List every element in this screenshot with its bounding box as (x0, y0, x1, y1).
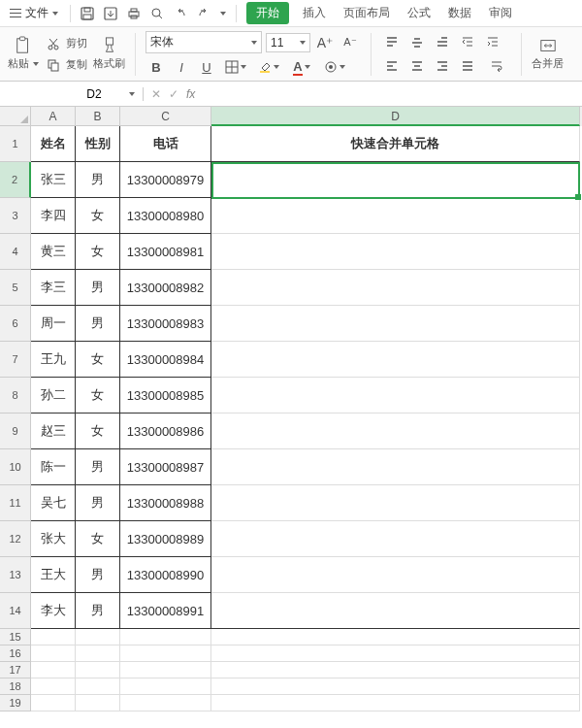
cell[interactable] (211, 678, 580, 695)
row-header[interactable]: 6 (0, 306, 31, 342)
cell-gender[interactable]: 男 (76, 449, 120, 485)
file-menu[interactable]: 文件 (4, 3, 64, 23)
qat-caret-icon[interactable] (220, 12, 226, 16)
row-header[interactable]: 9 (0, 414, 31, 449)
indent-right-icon[interactable] (482, 33, 503, 52)
spreadsheet-grid[interactable]: A B C D 1 姓名 性别 电话 快速合并单元格 2 张三 男 133000… (0, 107, 582, 711)
cell[interactable] (120, 629, 211, 645)
cell[interactable] (76, 645, 120, 662)
fx-icon[interactable]: fx (186, 87, 195, 101)
cell-name[interactable]: 张大 (31, 521, 76, 557)
cell-name[interactable]: 吴七 (31, 485, 76, 521)
cell-phone[interactable]: 13300008979 (120, 162, 211, 198)
bold-button[interactable]: B (146, 57, 167, 77)
cell-d[interactable] (211, 378, 580, 414)
cell-gender[interactable]: 女 (76, 414, 120, 449)
cell-phone[interactable]: 13300008987 (120, 449, 211, 485)
align-center-icon[interactable] (406, 56, 428, 76)
align-bottom-icon[interactable] (432, 33, 453, 52)
cell-name[interactable]: 张三 (31, 162, 76, 198)
cell-d[interactable] (211, 521, 580, 557)
cell[interactable] (211, 629, 580, 645)
cell-gender[interactable]: 男 (76, 306, 120, 342)
cell[interactable] (120, 645, 211, 662)
row-header[interactable]: 11 (0, 485, 31, 521)
row-header[interactable]: 4 (0, 234, 31, 270)
col-header-c[interactable]: C (120, 107, 211, 126)
cell[interactable] (31, 645, 76, 662)
cell-phone[interactable]: 13300008982 (120, 270, 211, 306)
cell-gender[interactable]: 女 (76, 234, 120, 270)
cut-button[interactable]: 剪切 (45, 35, 87, 52)
cell[interactable] (120, 695, 211, 711)
caret-down-icon[interactable] (129, 92, 135, 96)
copy-button[interactable]: 复制 (45, 56, 87, 74)
cell-d[interactable] (211, 234, 580, 270)
cell-phone[interactable]: 13300008983 (120, 306, 211, 342)
justify-icon[interactable] (457, 56, 478, 76)
row-header[interactable]: 10 (0, 449, 31, 485)
cell-phone[interactable]: 13300008988 (120, 485, 211, 521)
cancel-icon[interactable]: ✕ (151, 87, 161, 101)
header-name[interactable]: 姓名 (31, 126, 76, 162)
paste-icon[interactable] (15, 37, 32, 54)
align-middle-icon[interactable] (406, 33, 428, 52)
align-top-icon[interactable] (381, 33, 403, 52)
cell[interactable] (211, 645, 580, 662)
cell-d[interactable] (211, 449, 580, 485)
row-header[interactable]: 15 (0, 629, 31, 645)
cell-phone[interactable]: 13300008986 (120, 414, 211, 449)
row-header[interactable]: 3 (0, 198, 31, 234)
cell[interactable] (76, 629, 120, 645)
cell-gender[interactable]: 女 (76, 521, 120, 557)
cell[interactable] (31, 662, 76, 678)
cell-d[interactable] (211, 162, 580, 198)
cell[interactable] (31, 678, 76, 695)
cell-name[interactable]: 赵三 (31, 414, 76, 449)
header-gender[interactable]: 性别 (76, 126, 120, 162)
row-header[interactable]: 17 (0, 662, 31, 678)
merge-group[interactable]: 合并居 (532, 37, 564, 71)
cell-name[interactable]: 李三 (31, 270, 76, 306)
col-header-b[interactable]: B (76, 107, 120, 126)
cell-phone[interactable]: 13300008991 (120, 593, 211, 629)
cell-name[interactable]: 李大 (31, 593, 76, 629)
effects-button[interactable] (320, 57, 349, 77)
cell-phone[interactable]: 13300008989 (120, 521, 211, 557)
cell-d[interactable] (211, 342, 580, 378)
cell[interactable] (31, 695, 76, 711)
align-left-icon[interactable] (381, 56, 403, 76)
wrap-text-icon[interactable] (482, 56, 511, 76)
cell-phone[interactable]: 13300008984 (120, 342, 211, 378)
cell-name[interactable]: 王九 (31, 342, 76, 378)
confirm-icon[interactable]: ✓ (169, 87, 178, 101)
cell-gender[interactable]: 男 (76, 593, 120, 629)
cell[interactable] (76, 662, 120, 678)
row-header[interactable]: 12 (0, 521, 31, 557)
increase-font-icon[interactable]: A⁺ (314, 33, 336, 52)
cell[interactable] (31, 629, 76, 645)
name-box-input[interactable] (65, 87, 123, 101)
format-painter-button[interactable]: 格式刷 (93, 37, 125, 71)
cell-d[interactable] (211, 557, 580, 593)
align-right-icon[interactable] (432, 56, 453, 76)
save-as-icon[interactable] (103, 6, 118, 21)
cell-d[interactable] (211, 198, 580, 234)
cell-phone[interactable]: 13300008980 (120, 198, 211, 234)
cell-gender[interactable]: 男 (76, 270, 120, 306)
caret-down-icon[interactable] (33, 62, 39, 66)
cell[interactable] (211, 662, 580, 678)
cell-phone[interactable]: 13300008990 (120, 557, 211, 593)
cell[interactable] (76, 678, 120, 695)
row-header[interactable]: 16 (0, 645, 31, 662)
cell-gender[interactable]: 女 (76, 342, 120, 378)
cell-d[interactable] (211, 270, 580, 306)
cell-phone[interactable]: 13300008985 (120, 378, 211, 414)
row-header[interactable]: 7 (0, 342, 31, 378)
fill-color-button[interactable] (254, 57, 283, 77)
font-size-select[interactable]: 11 (266, 33, 310, 52)
row-header[interactable]: 5 (0, 270, 31, 306)
cell[interactable] (211, 695, 580, 711)
tab-home[interactable]: 开始 (246, 2, 289, 24)
header-merge[interactable]: 快速合并单元格 (211, 126, 580, 162)
